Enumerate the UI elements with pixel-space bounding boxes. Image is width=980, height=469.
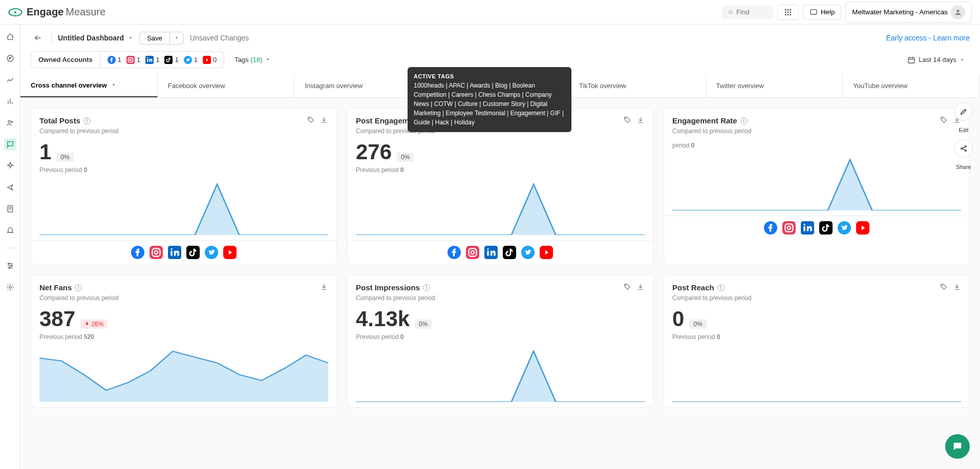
dashboard-title-dropdown[interactable]: Untitled Dashboard xyxy=(58,34,133,42)
linkedin-icon[interactable] xyxy=(168,246,181,259)
nav-share[interactable] xyxy=(4,181,16,194)
svg-rect-39 xyxy=(147,59,148,62)
early-access-link[interactable]: Early access - Learn more xyxy=(886,34,970,42)
metric-card: Post Impressions iCompared to previous p… xyxy=(347,275,653,408)
youtube-icon[interactable] xyxy=(540,246,553,259)
tab-facebook-overview[interactable]: Facebook overview xyxy=(158,74,295,97)
svg-point-65 xyxy=(475,249,476,250)
youtube-icon[interactable] xyxy=(223,246,237,259)
twitter-icon[interactable] xyxy=(838,221,851,234)
svg-rect-79 xyxy=(803,226,805,231)
svg-point-72 xyxy=(942,118,943,119)
main-header: Engage Measure Help Meltwater Marketing … xyxy=(0,0,980,25)
pct-change: 0% xyxy=(415,319,432,329)
svg-rect-41 xyxy=(164,56,173,64)
nav-star[interactable] xyxy=(4,160,16,172)
pct-change: 26% xyxy=(80,319,108,329)
download-icon[interactable] xyxy=(320,283,328,292)
nav-docs[interactable] xyxy=(4,203,16,215)
search-input[interactable] xyxy=(736,8,767,16)
tab-tiktok-overview[interactable]: TikTok overview xyxy=(569,74,706,97)
svg-point-85 xyxy=(942,285,943,286)
instagram-icon[interactable] xyxy=(150,246,163,259)
chat-fab[interactable] xyxy=(945,434,970,459)
download-icon[interactable] xyxy=(320,116,328,125)
svg-point-20 xyxy=(8,120,10,122)
previous-period: Previous period 0 xyxy=(31,166,336,174)
svg-point-53 xyxy=(158,249,159,250)
people-icon xyxy=(6,119,14,127)
tiktok-icon[interactable] xyxy=(819,221,833,234)
card-social-footer xyxy=(348,240,653,264)
edit-label: Edit xyxy=(959,127,969,133)
tag-icon[interactable] xyxy=(623,116,631,125)
download-icon[interactable] xyxy=(953,283,961,292)
share-icon xyxy=(960,144,968,153)
tag-icon[interactable] xyxy=(307,116,315,125)
tag-icon[interactable] xyxy=(940,116,948,125)
info-icon[interactable]: i xyxy=(83,117,91,124)
save-dropdown[interactable] xyxy=(170,32,184,45)
tags-count: (18) xyxy=(250,56,262,63)
date-range-picker[interactable]: Last 14 days xyxy=(902,53,970,67)
tiktok-icon[interactable] xyxy=(186,246,200,259)
nav-home[interactable] xyxy=(4,31,16,43)
card-title: Post Reach i xyxy=(672,283,725,292)
chevron-down-icon xyxy=(960,57,965,62)
svg-point-88 xyxy=(965,150,967,152)
tag-icon[interactable] xyxy=(940,283,948,292)
sparkline-chart xyxy=(356,346,645,402)
nav-trends[interactable] xyxy=(4,74,16,86)
linkedin-icon[interactable] xyxy=(801,221,814,234)
tiktok-icon[interactable] xyxy=(503,246,516,259)
account-menu[interactable]: Meltwater Marketing - Americas xyxy=(845,2,972,23)
info-icon[interactable]: i xyxy=(75,284,82,291)
info-icon[interactable]: i xyxy=(717,284,725,291)
metric-value: 276 xyxy=(356,140,392,164)
save-button[interactable]: Save xyxy=(139,32,170,45)
edit-button[interactable] xyxy=(954,102,973,121)
apps-button[interactable] xyxy=(777,5,799,20)
previous-period: period 0 xyxy=(664,142,969,149)
tag-icon[interactable] xyxy=(623,283,631,292)
facebook-icon[interactable] xyxy=(764,221,777,234)
nav-settings[interactable] xyxy=(4,281,16,293)
share-button[interactable] xyxy=(954,139,973,158)
sliders-icon xyxy=(6,262,14,270)
tab-cross-channel-overview[interactable]: Cross channel overview xyxy=(20,74,158,97)
nav-analytics[interactable] xyxy=(4,95,16,108)
linkedin-icon[interactable] xyxy=(484,246,498,259)
facebook-icon[interactable] xyxy=(448,246,461,259)
nav-sliders[interactable] xyxy=(4,260,16,272)
nav-bell[interactable] xyxy=(4,224,16,237)
tooltip-title: ACTIVE TAGS xyxy=(414,72,565,81)
info-icon[interactable]: i xyxy=(740,117,748,124)
facebook-icon[interactable] xyxy=(131,246,144,259)
instagram-icon[interactable] xyxy=(782,221,796,234)
card-title: Post Impressions i xyxy=(356,283,430,292)
download-icon[interactable] xyxy=(636,283,645,292)
tags-filter[interactable]: Tags (18) ACTIVE TAGS 1000heads | APAC |… xyxy=(230,54,274,66)
tooltip-body: 1000heads | APAC | Awards | Blog | Boole… xyxy=(414,81,565,127)
twitter-icon[interactable] xyxy=(205,246,218,259)
search-input-wrap[interactable] xyxy=(722,5,773,19)
tab-youtube-overview[interactable]: YouTube overview xyxy=(843,74,980,97)
download-icon[interactable] xyxy=(636,116,645,125)
twitter-icon[interactable] xyxy=(521,246,535,259)
help-label: Help xyxy=(821,8,835,16)
instagram-icon[interactable] xyxy=(466,246,479,259)
toolbar-separator xyxy=(51,32,52,44)
svg-line-3 xyxy=(732,13,733,14)
account-filter-pill[interactable]: 111110 xyxy=(100,51,224,68)
nav-engage[interactable] xyxy=(4,138,16,151)
youtube-icon[interactable] xyxy=(856,221,869,234)
info-icon[interactable]: i xyxy=(423,284,430,291)
svg-line-90 xyxy=(962,149,965,151)
svg-rect-62 xyxy=(466,246,479,259)
tab-twitter-overview[interactable]: Twitter overview xyxy=(706,74,843,97)
nav-explore[interactable] xyxy=(4,52,16,65)
nav-people[interactable] xyxy=(4,117,16,129)
card-subtitle: Compared to previous period xyxy=(664,294,969,302)
help-button[interactable]: Help xyxy=(803,5,841,20)
back-button[interactable] xyxy=(31,31,45,45)
